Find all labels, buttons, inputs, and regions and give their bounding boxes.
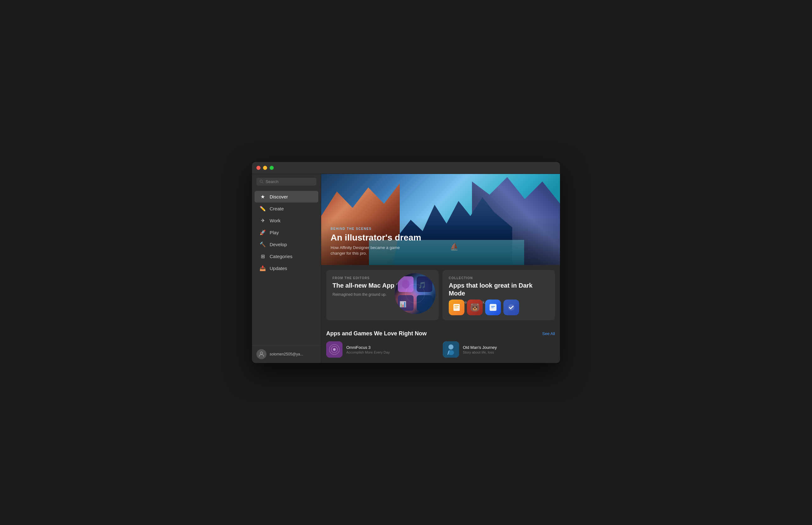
svg-point-25 [448, 344, 453, 349]
sidebar-item-work[interactable]: ✈ Work [255, 215, 318, 226]
svg-rect-13 [454, 306, 458, 307]
star-icon: ★ [260, 194, 266, 200]
see-all-button[interactable]: See All [542, 331, 555, 336]
svg-point-2 [260, 352, 262, 354]
app-icons-row: 🐻 [449, 300, 549, 315]
search-bar[interactable]: Search [257, 178, 317, 185]
search-icon [260, 180, 264, 184]
svg-point-23 [333, 348, 336, 351]
app-name: Old Man's Journey [463, 345, 555, 350]
paper-plane-icon: ✈ [260, 217, 266, 224]
sidebar-item-discover[interactable]: ★ Discover [255, 191, 318, 202]
sidebar-item-play[interactable]: 🚀 Play [255, 227, 318, 238]
cards-section: FROM THE EDITORS The all-new Mac App Sto… [321, 265, 560, 325]
card-image-inner: 🎵 📊 [395, 273, 436, 314]
sidebar-item-label: Categories [270, 254, 293, 259]
app-list-info: OmniFocus 3 Accomplish More Every Day [346, 345, 438, 354]
oldman-list-icon [443, 341, 459, 358]
avatar[interactable] [257, 349, 266, 359]
svg-rect-6 [417, 295, 432, 311]
omnifocus-small-icon[interactable] [504, 300, 519, 315]
hero-subtitle: How Affinity Designer became a game chan… [331, 245, 406, 256]
maximize-button[interactable] [270, 166, 274, 170]
sidebar-item-label: Discover [270, 194, 288, 199]
card-title: Apps that look great in Dark Mode [449, 282, 549, 297]
list-item[interactable]: Old Man's Journey Story about life, loss [443, 341, 555, 358]
bear-icon[interactable]: 🐻 [467, 300, 483, 315]
hero-tag: BEHIND THE SCENES [331, 227, 551, 230]
section-header: Apps and Games We Love Right Now See All [326, 330, 555, 337]
sidebar-item-label: Create [270, 206, 284, 211]
content-area[interactable]: ⛵ BEHIND THE SCENES An illustrator's dre… [321, 174, 560, 363]
svg-rect-14 [454, 308, 458, 308]
sidebar-bottom: solomen2505@ya... [252, 345, 321, 363]
editors-card[interactable]: FROM THE EDITORS The all-new Mac App Sto… [326, 270, 439, 320]
sidebar-item-label: Updates [270, 266, 287, 271]
hammer-icon: 🔨 [260, 241, 266, 247]
sidebar-item-label: Develop [270, 242, 287, 247]
rocket-icon: 🚀 [260, 229, 266, 236]
nav-items: ★ Discover ✏️ Create ✈ Work 🚀 Play 🔨 [252, 189, 321, 345]
grid-icon: ⊞ [260, 253, 266, 259]
sidebar-item-develop[interactable]: 🔨 Develop [255, 239, 318, 250]
card-tag: COLLECTION [449, 276, 549, 280]
svg-line-1 [262, 182, 263, 183]
bottom-section: Apps and Games We Love Right Now See All [321, 325, 560, 360]
collection-card[interactable]: COLLECTION Apps that look great in Dark … [443, 270, 555, 320]
hero-title: An illustrator's dream [331, 232, 551, 243]
omnifocus-list-icon [326, 341, 343, 358]
sidebar-item-updates[interactable]: 📥 Updates [255, 262, 318, 274]
sidebar-item-label: Play [270, 230, 279, 235]
title-bar [252, 162, 560, 174]
main-layout: Search ★ Discover ✏️ Create ✈ Work 🚀 [252, 174, 560, 363]
traffic-lights [257, 166, 274, 170]
svg-point-8 [402, 280, 409, 288]
app-desc: Accomplish More Every Day [346, 350, 438, 354]
app-window: Search ★ Discover ✏️ Create ✈ Work 🚀 [252, 162, 560, 363]
list-item[interactable]: OmniFocus 3 Accomplish More Every Day [326, 341, 438, 358]
search-placeholder: Search [265, 179, 278, 184]
svg-rect-18 [491, 308, 494, 308]
app-desc: Story about life, loss [463, 350, 555, 354]
app-list: OmniFocus 3 Accomplish More Every Day [326, 341, 555, 358]
svg-text:🎵: 🎵 [418, 281, 426, 289]
download-icon: 📥 [260, 265, 266, 271]
hero-content: BEHIND THE SCENES An illustrator's dream… [321, 218, 560, 265]
svg-rect-17 [491, 306, 495, 307]
pages-icon[interactable] [449, 300, 464, 315]
app-name: OmniFocus 3 [346, 345, 438, 350]
sidebar-item-categories[interactable]: ⊞ Categories [255, 251, 318, 262]
card-image: 🎵 📊 [395, 273, 436, 314]
username-label: solomen2505@ya... [270, 352, 303, 356]
pencil-icon: ✏️ [260, 206, 266, 212]
svg-rect-15 [454, 308, 457, 309]
minimize-button[interactable] [263, 166, 267, 170]
app-list-info: Old Man's Journey Story about life, loss [463, 345, 555, 354]
day-one-icon[interactable] [485, 300, 501, 315]
svg-rect-12 [454, 305, 459, 306]
sidebar-item-create[interactable]: ✏️ Create [255, 203, 318, 214]
svg-text:📊: 📊 [400, 301, 407, 308]
sidebar-item-label: Work [270, 218, 280, 223]
hero-banner[interactable]: ⛵ BEHIND THE SCENES An illustrator's dre… [321, 174, 560, 265]
section-title: Apps and Games We Love Right Now [326, 330, 427, 337]
close-button[interactable] [257, 166, 261, 170]
sidebar: Search ★ Discover ✏️ Create ✈ Work 🚀 [252, 174, 321, 363]
